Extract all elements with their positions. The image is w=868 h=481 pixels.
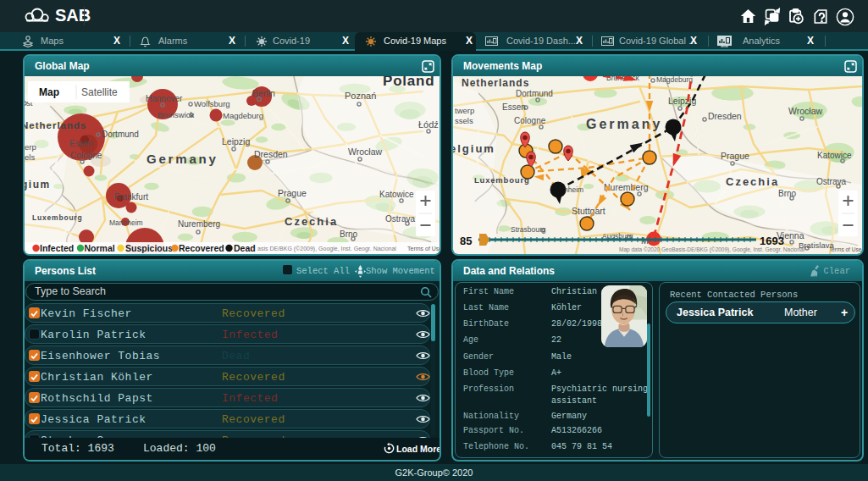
- svg-text:Stuttgart: Stuttgart: [572, 206, 605, 216]
- svg-text:Prague: Prague: [278, 188, 307, 198]
- svg-text:Terms of Use: Terms of Use: [407, 246, 440, 252]
- svg-text:twerp: twerp: [455, 106, 474, 115]
- svg-text:gium: gium: [25, 179, 51, 191]
- svg-text:Nuremberg: Nuremberg: [604, 182, 649, 192]
- svg-text:Brno: Brno: [778, 189, 797, 198]
- svg-text:Wrocław: Wrocław: [348, 147, 382, 157]
- svg-text:Nuremberg: Nuremberg: [178, 219, 220, 229]
- svg-text:Leipzig: Leipzig: [222, 136, 250, 147]
- svg-text:Luxembourg: Luxembourg: [32, 213, 82, 222]
- svg-text:erp: erp: [25, 142, 36, 152]
- svg-text:Berlin: Berlin: [252, 88, 275, 98]
- svg-text:Poland: Poland: [383, 76, 434, 89]
- svg-text:Katowice: Katowice: [817, 151, 852, 160]
- svg-text:85: 85: [460, 235, 472, 247]
- svg-text:Essen: Essen: [502, 102, 526, 112]
- svg-text:Łódź: Łódź: [418, 119, 439, 130]
- svg-text:Infected: Infected: [40, 243, 74, 253]
- svg-text:Dresden: Dresden: [254, 149, 288, 159]
- svg-text:ssels: ssels: [455, 116, 473, 125]
- svg-text:Czechia: Czechia: [726, 175, 779, 188]
- svg-text:Strasbourg: Strasbourg: [511, 225, 546, 234]
- svg-text:Luxembourg: Luxembourg: [474, 175, 530, 185]
- svg-text:nheim: nheim: [564, 185, 583, 194]
- svg-text:Czechia: Czechia: [285, 215, 338, 228]
- svg-text:Recovered: Recovered: [179, 243, 224, 253]
- svg-text:1693: 1693: [760, 235, 784, 247]
- svg-text:Germany: Germany: [147, 152, 218, 166]
- svg-text:Leipzig: Leipzig: [668, 96, 696, 106]
- svg-text:Map data ©2020 GeoBasis-DE/BKG: Map data ©2020 GeoBasis-DE/BKG (©2009), …: [619, 246, 805, 253]
- svg-text:Mannheim: Mannheim: [109, 218, 143, 227]
- svg-text:Wolfsburg: Wolfsburg: [194, 99, 230, 108]
- svg-text:Suspicious: Suspicious: [125, 243, 173, 253]
- svg-text:Brno: Brno: [340, 229, 358, 239]
- svg-text:Katowice: Katowice: [379, 190, 414, 199]
- svg-text:Hannover: Hannover: [146, 94, 183, 103]
- svg-text:Dead: Dead: [234, 243, 256, 253]
- svg-text:Terms of Use: Terms of Use: [829, 246, 862, 252]
- svg-text:Dortmund: Dortmund: [516, 89, 553, 98]
- svg-text:Normal: Normal: [85, 243, 115, 253]
- svg-text:Cologne: Cologne: [70, 151, 102, 160]
- svg-text:Ostrava: Ostrava: [816, 177, 846, 186]
- svg-text:Frankfurt: Frankfurt: [114, 192, 148, 202]
- svg-text:Poznań: Poznań: [345, 91, 376, 101]
- svg-text:Magdeburg: Magdeburg: [656, 76, 693, 84]
- svg-text:els: els: [25, 152, 35, 162]
- svg-text:Essen: Essen: [69, 139, 93, 148]
- svg-text:Map: Map: [39, 86, 59, 98]
- svg-text:Dresden: Dresden: [708, 111, 742, 121]
- svg-text:asis DE/BKG (©2009), Google, I: asis DE/BKG (©2009), Google, Inst. Geogr…: [257, 246, 396, 252]
- svg-text:Prague: Prague: [721, 151, 749, 161]
- svg-text:Netherlands: Netherlands: [25, 120, 86, 130]
- svg-text:Magdeburg: Magdeburg: [223, 111, 263, 120]
- svg-text:Satellite: Satellite: [81, 86, 118, 98]
- svg-text:Brunswick: Brunswick: [158, 110, 195, 119]
- svg-text:Dortmund: Dortmund: [102, 130, 139, 139]
- svg-text:Ostrava: Ostrava: [385, 214, 415, 224]
- svg-text:Cologne: Cologne: [514, 116, 546, 125]
- svg-text:Netherlands: Netherlands: [462, 77, 529, 89]
- svg-text:Wrocław: Wrocław: [788, 106, 822, 116]
- svg-text:Germany: Germany: [586, 117, 662, 131]
- svg-text:elgium: elgium: [453, 142, 495, 155]
